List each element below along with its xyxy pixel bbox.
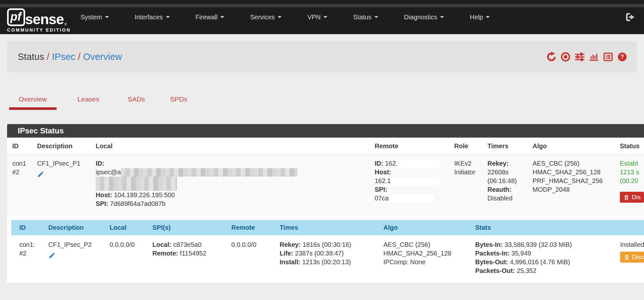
breadcrumb-overview-link[interactable]: Overview [83, 52, 122, 62]
col-remote: Remote [375, 142, 454, 150]
child-id-cell: con1: #2 [19, 240, 48, 275]
ike-algo-cell: AES_CBC (256) HMAC_SHA2_256_128 PRF_HMAC… [533, 159, 620, 208]
ike-role-cell: IKEv2 Initiator [454, 159, 487, 208]
stop-icon[interactable] [561, 52, 571, 62]
ike-local-cell: ID: ipsec@a Host: 104.189.226.195:500 SP… [96, 159, 375, 208]
col-spis: SPI(s) [152, 224, 231, 231]
child-table-header: ID Description Local SPI(s) Remote Times… [11, 220, 644, 235]
pfsense-logo[interactable]: pfsense® COMMUNITY EDITION [7, 8, 71, 33]
child-sa-table: ID Description Local SPI(s) Remote Times… [11, 220, 644, 278]
status-installed: Installed [620, 240, 644, 249]
menu-status[interactable]: Status [353, 14, 378, 21]
col-algo: Algo [383, 224, 475, 231]
sense-logo-text: sense [25, 13, 64, 26]
ike-id-cell: con1 #2 [12, 159, 37, 208]
page-action-icons: ? [546, 41, 627, 73]
ike-table-header: ID Description Local Remote Role Timers … [7, 138, 644, 155]
redacted-remote-id [398, 160, 440, 168]
menu-firewall[interactable]: Firewall [196, 14, 225, 21]
ipsec-status-panel: IPsec Status ID Description Local Remote… [7, 124, 644, 283]
redacted-remote-host [391, 177, 439, 185]
col-timers: Timers [487, 142, 533, 150]
sign-out-icon[interactable] [625, 12, 635, 22]
child-local-cell: 0.0.0.0/0 [110, 240, 152, 275]
child-algo-cell: AES_CBC (256) HMAC_SHA2_256_128 IPComp: … [383, 240, 475, 275]
redacted-local-id [96, 177, 177, 191]
child-description-cell: CF1_IPsec_P2 [48, 240, 110, 275]
chevron-down-icon [323, 16, 327, 18]
ike-status-cell: Establ 1213 s (00:20 Dis [620, 159, 644, 208]
breadcrumb: Status/IPsec/Overview [18, 52, 122, 62]
redacted-local-id [121, 168, 297, 177]
col-stats: Stats [475, 224, 620, 231]
breadcrumb-ipsec-link[interactable]: IPsec [52, 52, 75, 62]
refresh-icon[interactable] [546, 52, 556, 62]
menu-vpn[interactable]: VPN [307, 14, 327, 21]
status-established: Establ [620, 159, 644, 168]
trash-icon [624, 254, 630, 260]
ipsec-tabs: Overview Leases SADs SPDs [19, 95, 187, 103]
registered-mark: ® [64, 23, 67, 26]
col-role: Role [454, 142, 487, 150]
menu-help[interactable]: Help [470, 14, 490, 21]
child-times-cell: Rekey: 1816s (00:30:16) Life: 2387s (00:… [280, 240, 383, 275]
ike-description-cell: CF1_IPsec_P1 [37, 159, 96, 208]
pf-logo-box: pf [7, 8, 25, 26]
col-local: Local [96, 142, 375, 150]
tab-spds[interactable]: SPDs [170, 95, 187, 103]
chevron-down-icon [486, 16, 490, 18]
child-status-cell: Installed Disco [620, 240, 644, 275]
breadcrumb-separator: / [75, 52, 83, 62]
edit-icon[interactable] [37, 170, 44, 178]
chevron-down-icon [374, 16, 378, 18]
col-algo: Algo [533, 142, 620, 150]
col-id: ID [19, 224, 48, 231]
chevron-down-icon [440, 16, 444, 18]
edit-icon[interactable] [48, 252, 56, 259]
disconnect-button[interactable]: Dis [620, 192, 644, 203]
tab-leases[interactable]: Leases [78, 95, 100, 103]
menu-diagnostics[interactable]: Diagnostics [404, 14, 444, 21]
svg-text:?: ? [620, 53, 624, 60]
child-remote-cell: 0.0.0.0/0 [231, 240, 280, 275]
redacted-remote-spi [389, 195, 434, 203]
col-empty [620, 224, 644, 231]
breadcrumb-status: Status [18, 52, 44, 62]
menu-services[interactable]: Services [250, 14, 282, 21]
community-edition-label: COMMUNITY EDITION [7, 27, 71, 33]
chevron-down-icon [166, 16, 170, 18]
bar-chart-icon[interactable] [589, 52, 599, 62]
ike-remote-cell: ID: 162. Host: 162.1 SPI: 07ca [375, 159, 454, 208]
table-row: con1 #2 CF1_IPsec_P1 ID: ipsec@a Host: 1… [7, 155, 644, 216]
main-menu: System Interfaces Firewall Services VPN … [81, 0, 490, 34]
breadcrumb-separator: / [44, 52, 52, 62]
trash-icon [623, 194, 630, 200]
menu-system[interactable]: System [81, 14, 109, 21]
panel-title: IPsec Status [7, 124, 644, 138]
tab-sads[interactable]: SADs [128, 95, 145, 103]
col-status: Status [620, 142, 644, 150]
disconnect-child-button[interactable]: Disco [620, 252, 644, 263]
table-row: con1: #2 CF1_IPsec_P2 0.0.0.0/0 Local: c… [11, 235, 644, 278]
menu-interfaces[interactable]: Interfaces [135, 14, 170, 21]
col-local: Local [110, 224, 152, 231]
chevron-down-icon [278, 16, 282, 18]
ike-timers-cell: Rekey: 22608s (06:16:48) Reauth: Disable… [487, 159, 533, 208]
child-stats-cell: Bytes-In: 33,586,939 (32.03 MiB) Packets… [475, 240, 620, 275]
chevron-down-icon [105, 16, 109, 18]
top-navbar: pfsense® COMMUNITY EDITION System Interf… [0, 0, 644, 34]
child-spis-cell: Local: c873e5a0 Remote: f1154952 [152, 240, 231, 275]
filter-sliders-icon[interactable] [575, 52, 585, 62]
chevron-down-icon [220, 16, 224, 18]
col-times: Times [280, 224, 383, 231]
col-id: ID [12, 142, 37, 150]
col-description: Description [37, 142, 96, 150]
tab-overview[interactable]: Overview [19, 95, 47, 103]
list-view-icon[interactable] [603, 52, 613, 62]
col-description: Description [48, 224, 110, 231]
breadcrumb-bar: Status/IPsec/Overview [7, 41, 637, 73]
help-icon[interactable]: ? [617, 52, 627, 62]
col-remote: Remote [231, 224, 280, 231]
